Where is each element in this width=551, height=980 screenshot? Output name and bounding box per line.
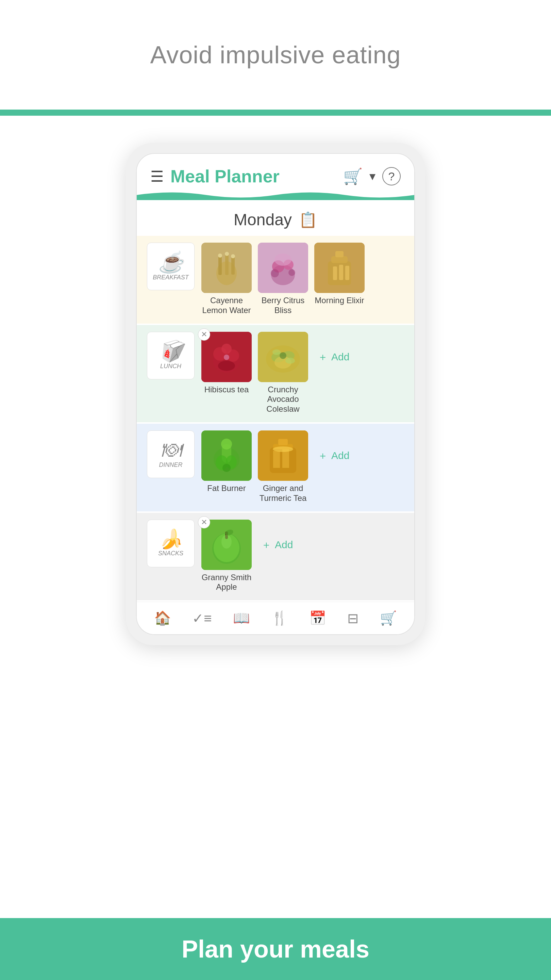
phone-mockup: ☰ Meal Planner 🛒 ▾ ? Monday 📋 xyxy=(126,143,425,645)
lunch-add-btn[interactable]: ＋ Add xyxy=(314,332,353,364)
meal-item-fatburner[interactable]: Fat Burner xyxy=(202,430,252,493)
home-icon: 🏠 xyxy=(154,610,171,626)
apple-remove-btn[interactable]: ✕ xyxy=(198,516,210,528)
dinner-row: 🍽 DINNER xyxy=(147,430,404,503)
planner-icon: 📅 xyxy=(309,610,326,626)
snacks-label: SNACKS xyxy=(158,550,183,557)
lunch-icon-box: 🥡 LUNCH xyxy=(147,332,195,379)
svg-point-13 xyxy=(271,269,279,277)
compare-icon: ⊟ xyxy=(347,611,359,626)
meal-item-hibiscus[interactable]: ✕ xyxy=(202,332,252,395)
svg-rect-47 xyxy=(278,439,288,445)
meal-item-berry[interactable]: Berry Citrus Bliss xyxy=(258,243,308,315)
hibiscus-name: Hibiscus tea xyxy=(205,385,249,395)
hibiscus-image xyxy=(202,332,252,382)
svg-rect-20 xyxy=(339,265,343,280)
dinner-items: Fat Burner xyxy=(202,430,404,503)
svg-point-12 xyxy=(275,253,292,266)
apple-image xyxy=(202,520,252,570)
nav-nutrition[interactable]: 🍴 xyxy=(271,610,288,626)
berry-name: Berry Citrus Bliss xyxy=(258,296,308,315)
lunch-add-plus: ＋ xyxy=(318,350,328,364)
svg-rect-21 xyxy=(345,266,349,280)
day-note-icon[interactable]: 📋 xyxy=(299,211,318,229)
breakfast-section: ☕ BREAKFAST xyxy=(137,236,414,324)
breakfast-label: BREAKFAST xyxy=(153,274,189,281)
app-title: Meal Planner xyxy=(170,166,343,186)
snacks-icon-box: 🍌 SNACKS xyxy=(147,520,195,567)
coleslaw-name: Crunchy Avocado Coleslaw xyxy=(258,385,308,414)
recipes-icon: 📖 xyxy=(233,610,250,626)
svg-point-6 xyxy=(225,252,229,256)
help-icon[interactable]: ? xyxy=(382,167,401,185)
ginger-name: Ginger and Turmeric Tea xyxy=(258,484,308,503)
dinner-add-btn[interactable]: ＋ Add xyxy=(314,430,353,463)
nav-compare[interactable]: ⊟ xyxy=(347,611,359,626)
lunch-items: ✕ xyxy=(202,332,404,414)
svg-point-27 xyxy=(218,361,235,371)
snacks-row: 🍌 SNACKS ✕ xyxy=(147,520,404,592)
svg-point-28 xyxy=(224,355,229,360)
svg-point-56 xyxy=(221,535,232,549)
meal-item-coleslaw[interactable]: Crunchy Avocado Coleslaw xyxy=(258,332,308,414)
dinner-label: DINNER xyxy=(159,461,182,469)
breakfast-row: ☕ BREAKFAST xyxy=(147,243,404,315)
nutrition-icon: 🍴 xyxy=(271,610,288,626)
snacks-add-label: Add xyxy=(275,539,293,550)
nav-checklist[interactable]: ✓≡ xyxy=(192,611,211,626)
svg-rect-3 xyxy=(225,255,229,275)
phone-screen: ☰ Meal Planner 🛒 ▾ ? Monday 📋 xyxy=(136,153,415,635)
coleslaw-image xyxy=(258,332,308,382)
day-header: Monday 📋 xyxy=(137,200,414,236)
morning-image xyxy=(314,243,365,293)
dinner-icon-box: 🍽 DINNER xyxy=(147,430,195,478)
svg-point-5 xyxy=(218,253,222,258)
meal-item-apple[interactable]: ✕ Granny xyxy=(202,520,252,592)
morning-name: Morning Elixir xyxy=(314,296,364,305)
bottom-banner: Plan your meals xyxy=(0,918,551,980)
svg-point-14 xyxy=(288,269,295,276)
cart-icon[interactable]: 🛒 xyxy=(343,167,362,185)
svg-rect-18 xyxy=(335,251,343,257)
fatburner-name: Fat Burner xyxy=(207,484,246,493)
svg-point-35 xyxy=(285,358,295,364)
nav-planner[interactable]: 📅 xyxy=(309,610,326,626)
nav-home[interactable]: 🏠 xyxy=(154,610,171,626)
meal-item-morning[interactable]: Morning Elixir xyxy=(314,243,365,305)
cayenne-image xyxy=(202,243,252,293)
lunch-sketch-icon: 🥡 xyxy=(158,341,184,361)
nav-recipes[interactable]: 📖 xyxy=(233,610,250,626)
app-header: ☰ Meal Planner 🛒 ▾ ? xyxy=(137,154,414,186)
dinner-add-plus: ＋ xyxy=(318,449,328,463)
meal-item-ginger[interactable]: Ginger and Turmeric Tea xyxy=(258,430,308,503)
bottom-banner-text: Plan your meals xyxy=(182,935,369,963)
hibiscus-remove-btn[interactable]: ✕ xyxy=(198,328,210,340)
snacks-section: 🍌 SNACKS ✕ xyxy=(137,513,414,601)
lunch-add-label: Add xyxy=(331,351,349,363)
meal-item-cayenne[interactable]: Cayenne Lemon Water xyxy=(202,243,252,315)
breakfast-items: Cayenne Lemon Water xyxy=(202,243,404,315)
dinner-sketch-icon: 🍽 xyxy=(160,440,181,460)
ginger-image xyxy=(258,430,308,481)
checklist-icon: ✓≡ xyxy=(192,611,211,626)
cayenne-name: Cayenne Lemon Water xyxy=(202,296,252,315)
fatburner-image xyxy=(202,430,252,481)
top-section: Avoid impulsive eating xyxy=(0,0,551,89)
current-day: Monday xyxy=(233,210,292,229)
svg-point-43 xyxy=(222,464,230,472)
svg-rect-48 xyxy=(273,451,280,468)
svg-point-34 xyxy=(272,350,281,355)
snacks-add-plus: ＋ xyxy=(261,538,272,552)
dropdown-icon[interactable]: ▾ xyxy=(369,169,375,183)
svg-rect-2 xyxy=(218,256,222,275)
svg-point-36 xyxy=(279,352,286,359)
apple-name: Granny Smith Apple xyxy=(202,573,252,592)
hamburger-icon[interactable]: ☰ xyxy=(150,168,164,185)
nav-shopping[interactable]: 🛒 xyxy=(380,610,397,626)
lunch-label: LUNCH xyxy=(160,363,181,370)
svg-rect-4 xyxy=(231,257,235,275)
svg-rect-19 xyxy=(333,266,337,280)
snacks-add-btn[interactable]: ＋ Add xyxy=(258,520,296,552)
svg-point-7 xyxy=(231,254,235,258)
svg-point-26 xyxy=(221,344,232,354)
